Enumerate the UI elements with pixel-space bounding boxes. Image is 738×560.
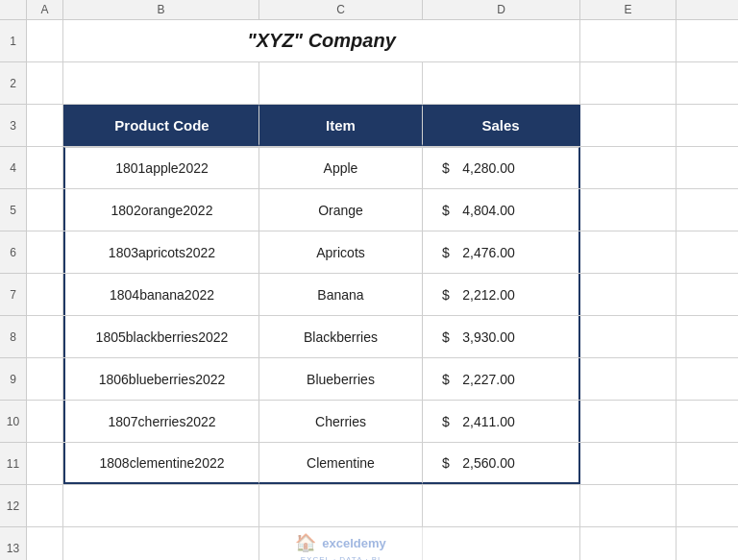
row-num-12: 12 — [0, 485, 26, 527]
cell-b2[interactable] — [63, 62, 259, 104]
cell-e6[interactable] — [580, 231, 676, 273]
cell-a10[interactable] — [27, 401, 63, 442]
col-header-d[interactable]: D — [423, 0, 580, 19]
column-header-row: A B C D E — [0, 0, 738, 20]
sales-value: 2,411.00 — [457, 414, 515, 429]
cell-e12[interactable] — [580, 485, 676, 526]
cell-b9-product-code[interactable]: 1806blueberries2022 — [63, 358, 259, 400]
row-12 — [27, 485, 738, 527]
cell-a7[interactable] — [27, 274, 63, 315]
cell-e3[interactable] — [580, 105, 676, 146]
cell-e10[interactable] — [580, 401, 676, 442]
cell-c8-item[interactable]: Blackberries — [259, 316, 423, 357]
row-num-1: 1 — [0, 20, 26, 62]
cell-b13[interactable] — [63, 527, 259, 560]
cell-c3-item[interactable]: Item — [259, 105, 423, 146]
cell-b8-product-code[interactable]: 1805blackberries2022 — [63, 316, 259, 357]
row-num-3: 3 — [0, 105, 26, 147]
cell-b3-product-code[interactable]: Product Code — [63, 105, 259, 146]
sales-value: 4,280.00 — [457, 160, 515, 176]
cell-a2[interactable] — [27, 62, 63, 104]
cell-d4-sales[interactable]: $ 4,280.00 — [423, 147, 580, 188]
cell-a6[interactable] — [27, 231, 63, 273]
spreadsheet: A B C D E 12345678910111213 "XYZ" Compan… — [0, 0, 738, 560]
row-10: 1807cherries2022 Cherries $ 2,411.00 — [27, 401, 738, 443]
cell-a1[interactable] — [27, 20, 63, 61]
cell-b7-product-code[interactable]: 1804banana2022 — [63, 274, 259, 315]
sales-value: 2,560.00 — [457, 455, 515, 471]
grid-cells: "XYZ" Company Product Code Item Sales 18… — [27, 20, 738, 560]
row-num-11: 11 — [0, 443, 26, 485]
cell-d7-sales[interactable]: $ 2,212.00 — [423, 274, 580, 315]
cell-e7[interactable] — [580, 274, 676, 315]
cell-b5-product-code[interactable]: 1802orange2022 — [63, 189, 259, 231]
cell-e9[interactable] — [580, 358, 676, 400]
cell-a9[interactable] — [27, 358, 63, 400]
sales-value: 2,212.00 — [457, 287, 515, 303]
cell-b12[interactable] — [63, 485, 259, 526]
cell-d13[interactable] — [423, 527, 580, 560]
cell-d2[interactable] — [423, 62, 580, 104]
sales-value: 4,804.00 — [457, 203, 515, 218]
cell-c2[interactable] — [259, 62, 423, 104]
dollar-sign: $ — [442, 245, 450, 260]
cell-d12[interactable] — [423, 485, 580, 526]
cell-b10-product-code[interactable]: 1807cherries2022 — [63, 401, 259, 442]
row-num-2: 2 — [0, 62, 26, 105]
cell-a4[interactable] — [27, 147, 63, 188]
cell-c12[interactable] — [259, 485, 423, 526]
cell-e1[interactable] — [580, 20, 676, 61]
cell-c5-item[interactable]: Orange — [259, 189, 423, 231]
cell-e4[interactable] — [580, 147, 676, 188]
cell-a11[interactable] — [27, 443, 63, 484]
sales-value: 3,930.00 — [457, 329, 515, 345]
cell-b1-title[interactable]: "XYZ" Company — [63, 20, 580, 61]
cell-b4-product-code[interactable]: 1801apple2022 — [63, 147, 259, 188]
cell-e13[interactable] — [580, 527, 676, 560]
cell-d9-sales[interactable]: $ 2,227.00 — [423, 358, 580, 400]
cell-c10-item[interactable]: Cherries — [259, 401, 423, 442]
cell-c7-item[interactable]: Banana — [259, 274, 423, 315]
col-header-b[interactable]: B — [63, 0, 259, 19]
row-8: 1805blackberries2022 Blackberries $ 3,93… — [27, 316, 738, 358]
cell-a13[interactable] — [27, 527, 63, 560]
cell-c6-item[interactable]: Apricots — [259, 231, 423, 273]
row-num-10: 10 — [0, 401, 26, 443]
row-num-6: 6 — [0, 231, 26, 274]
row-1: "XYZ" Company — [27, 20, 738, 62]
cell-d10-sales[interactable]: $ 2,411.00 — [423, 401, 580, 442]
dollar-sign: $ — [442, 414, 450, 429]
row-6: 1803apricots2022 Apricots $ 2,476.00 — [27, 231, 738, 274]
cell-d3-sales[interactable]: Sales — [423, 105, 580, 146]
cell-a3[interactable] — [27, 105, 63, 146]
cell-e5[interactable] — [580, 189, 676, 231]
cell-c11-item[interactable]: Clementine — [259, 443, 423, 484]
cell-d6-sales[interactable]: $ 2,476.00 — [423, 231, 580, 273]
cell-d11-sales[interactable]: $ 2,560.00 — [423, 443, 580, 484]
row-5: 1802orange2022 Orange $ 4,804.00 — [27, 189, 738, 231]
cell-e2[interactable] — [580, 62, 676, 104]
cell-e8[interactable] — [580, 316, 676, 357]
row-9: 1806blueberries2022 Blueberries $ 2,227.… — [27, 358, 738, 401]
cell-a8[interactable] — [27, 316, 63, 357]
dollar-sign: $ — [442, 329, 450, 345]
row-11: 1808clementine2022 Clementine $ 2,560.00 — [27, 443, 738, 485]
cell-a5[interactable] — [27, 189, 63, 231]
row-13: 🏠 exceldemy EXCEL · DATA · BI — [27, 527, 738, 560]
cell-a12[interactable] — [27, 485, 63, 526]
cell-c13-watermark: 🏠 exceldemy EXCEL · DATA · BI — [259, 527, 423, 560]
cell-c9-item[interactable]: Blueberries — [259, 358, 423, 400]
cell-e11[interactable] — [580, 443, 676, 484]
col-header-a[interactable]: A — [27, 0, 63, 19]
col-header-e[interactable]: E — [580, 0, 676, 19]
row-3-header: Product Code Item Sales — [27, 105, 738, 147]
cell-d8-sales[interactable]: $ 3,930.00 — [423, 316, 580, 357]
cell-b11-product-code[interactable]: 1808clementine2022 — [63, 443, 259, 484]
cell-b6-product-code[interactable]: 1803apricots2022 — [63, 231, 259, 273]
dollar-sign: $ — [442, 372, 450, 387]
row-4: 1801apple2022 Apple $ 4,280.00 — [27, 147, 738, 189]
watermark-house-icon: 🏠 — [295, 532, 316, 553]
cell-d5-sales[interactable]: $ 4,804.00 — [423, 189, 580, 231]
col-header-c[interactable]: C — [259, 0, 423, 19]
cell-c4-item[interactable]: Apple — [259, 147, 423, 188]
